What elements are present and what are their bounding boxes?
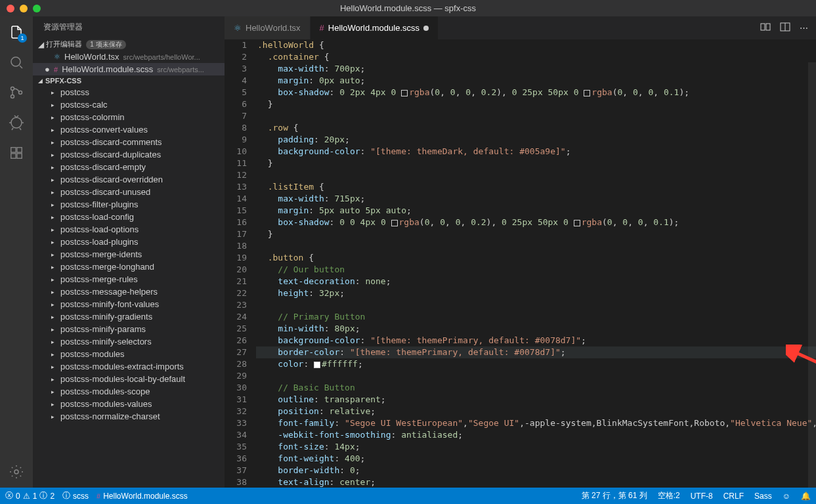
chevron-right-icon: ▸ (51, 152, 56, 158)
editor-tab[interactable]: ⚛HelloWorld.tsx (225, 16, 311, 39)
status-bell-icon[interactable]: 🔔 (801, 492, 811, 501)
status-indent[interactable]: 空格:2 (658, 490, 680, 501)
maximize-window-icon[interactable] (33, 5, 41, 12)
chevron-down-icon: ◢ (38, 40, 44, 49)
chevron-right-icon: ▸ (51, 189, 56, 196)
unsaved-count: 1 项未保存 (86, 40, 125, 49)
scss-file-icon: # (320, 23, 324, 33)
chevron-right-icon: ▸ (51, 239, 56, 245)
tree-folder[interactable]: ▸postcss-load-config (33, 211, 225, 223)
svg-point-2 (11, 95, 14, 98)
compare-icon[interactable] (760, 22, 771, 34)
chevron-right-icon: ▸ (51, 264, 56, 270)
tree-folder[interactable]: ▸postcss-merge-rules (33, 273, 225, 285)
sidebar-title: 资源管理器 (33, 16, 225, 38)
tree-folder[interactable]: ▸postcss-discard-unused (33, 186, 225, 198)
tree-folder[interactable]: ▸postcss-minify-font-values (33, 298, 225, 310)
status-language[interactable]: Sass (754, 492, 772, 501)
status-feedback-icon[interactable]: ☺ (783, 492, 790, 501)
tree-folder[interactable]: ▸postcss-discard-duplicates (33, 148, 225, 161)
chevron-right-icon: ▸ (51, 139, 56, 146)
source-control-icon[interactable] (7, 83, 26, 102)
tree-folder[interactable]: ▸postcss-discard-comments (33, 136, 225, 148)
tab-actions: ⋯ (760, 16, 816, 39)
tree-folder[interactable]: ▸postcss-load-plugins (33, 236, 225, 248)
scss-file-icon: # (97, 492, 100, 500)
tree-folder[interactable]: ▸postcss-colormin (33, 111, 225, 123)
tree-folder[interactable]: ▸postcss-message-helpers (33, 285, 225, 298)
chevron-right-icon: ▸ (51, 314, 56, 320)
svg-rect-8 (17, 148, 22, 152)
chevron-right-icon: ▸ (51, 127, 56, 133)
tree-folder[interactable]: ▸postcss-load-options (33, 223, 225, 236)
editor-tabs: ⚛HelloWorld.tsx#HelloWorld.module.scss ⋯ (225, 16, 816, 39)
tree-folder[interactable]: ▸postcss-modules-scope (33, 385, 225, 398)
chevron-right-icon: ▸ (51, 401, 56, 408)
minimize-window-icon[interactable] (20, 5, 28, 12)
tree-folder[interactable]: ▸postcss-modules (33, 348, 225, 360)
extensions-icon[interactable] (7, 144, 26, 162)
chevron-down-icon: ◢ (38, 77, 43, 84)
chevron-right-icon: ▸ (51, 351, 56, 358)
status-cursor-pos[interactable]: 第 27 行，第 61 列 (582, 490, 647, 501)
tree-folder[interactable]: ▸postcss-minify-gradients (33, 310, 225, 323)
file-tree: ▸postcss▸postcss-calc▸postcss-colormin▸p… (33, 86, 225, 488)
chevron-right-icon: ▸ (51, 289, 56, 295)
status-scss[interactable]: ⓘscss (62, 490, 89, 501)
tree-folder[interactable]: ▸postcss-modules-extract-imports (33, 360, 225, 373)
line-numbers: 1234567891011121314151617181920212223242… (225, 39, 256, 488)
status-problems[interactable]: ⓧ0 ⚠1 ⓘ2 (5, 490, 54, 501)
open-editor-file[interactable]: ●#HelloWorld.module.scsssrc/webparts... (33, 63, 225, 75)
window-controls (0, 5, 41, 12)
code-area[interactable]: 1234567891011121314151617181920212223242… (225, 39, 816, 488)
debug-icon[interactable] (7, 114, 26, 132)
open-editors-header[interactable]: ◢ 打开编辑器 1 项未保存 (33, 38, 225, 51)
chevron-right-icon: ▸ (51, 413, 56, 420)
tree-folder[interactable]: ▸postcss-convert-values (33, 123, 225, 136)
svg-rect-7 (17, 154, 22, 158)
chevron-right-icon: ▸ (51, 177, 56, 183)
code-content[interactable]: .helloWorld { .container { max-width: 70… (256, 39, 816, 488)
tree-folder[interactable]: ▸postcss-merge-longhand (33, 261, 225, 273)
tree-folder[interactable]: ▸postcss-modules-values (33, 398, 225, 410)
tree-folder[interactable]: ▸postcss-minify-params (33, 323, 225, 335)
tree-folder[interactable]: ▸postcss-discard-empty (33, 161, 225, 173)
close-window-icon[interactable] (7, 5, 14, 12)
more-icon[interactable]: ⋯ (800, 23, 808, 33)
chevron-right-icon: ▸ (51, 339, 56, 345)
svg-point-9 (14, 470, 18, 474)
tree-folder[interactable]: ▸postcss-merge-idents (33, 248, 225, 261)
modified-dot-icon: ● (45, 64, 50, 74)
tree-folder[interactable]: ▸postcss (33, 86, 225, 98)
tree-folder[interactable]: ▸postcss-calc (33, 98, 225, 111)
tree-folder[interactable]: ▸postcss-filter-plugins (33, 198, 225, 211)
tree-folder[interactable]: ▸postcss-minify-selectors (33, 335, 225, 348)
tsx-file-icon: ⚛ (234, 23, 242, 33)
explorer-icon[interactable]: 1 (7, 23, 26, 41)
svg-rect-5 (11, 148, 16, 152)
project-header[interactable]: ◢ SPFX-CSS (33, 75, 225, 86)
chevron-right-icon: ▸ (51, 276, 56, 283)
error-icon: ⓧ (5, 490, 13, 501)
status-encoding[interactable]: UTF-8 (691, 492, 713, 501)
status-eol[interactable]: CRLF (723, 492, 744, 501)
settings-gear-icon[interactable] (7, 463, 26, 481)
svg-point-0 (11, 57, 20, 66)
chevron-right-icon: ▸ (51, 102, 56, 108)
tree-folder[interactable]: ▸postcss-discard-overridden (33, 173, 225, 186)
search-icon[interactable] (7, 53, 26, 72)
split-editor-icon[interactable] (780, 22, 790, 34)
chevron-right-icon: ▸ (51, 226, 56, 233)
chevron-right-icon: ▸ (51, 164, 56, 171)
badge: 1 (18, 33, 27, 43)
tree-folder[interactable]: ▸postcss-modules-local-by-default (33, 373, 225, 385)
chevron-right-icon: ▸ (51, 201, 56, 208)
editor-tab[interactable]: #HelloWorld.module.scss (311, 16, 439, 39)
open-editor-file[interactable]: ⚛HelloWorld.tsxsrc/webparts/helloWor... (33, 51, 225, 63)
tree-folder[interactable]: ▸postcss-normalize-charset (33, 410, 225, 423)
svg-point-1 (11, 87, 14, 91)
chevron-right-icon: ▸ (51, 89, 56, 96)
modified-dot-icon (423, 26, 429, 31)
chevron-right-icon: ▸ (51, 251, 56, 258)
status-file[interactable]: #HelloWorld.module.scss (97, 492, 188, 501)
